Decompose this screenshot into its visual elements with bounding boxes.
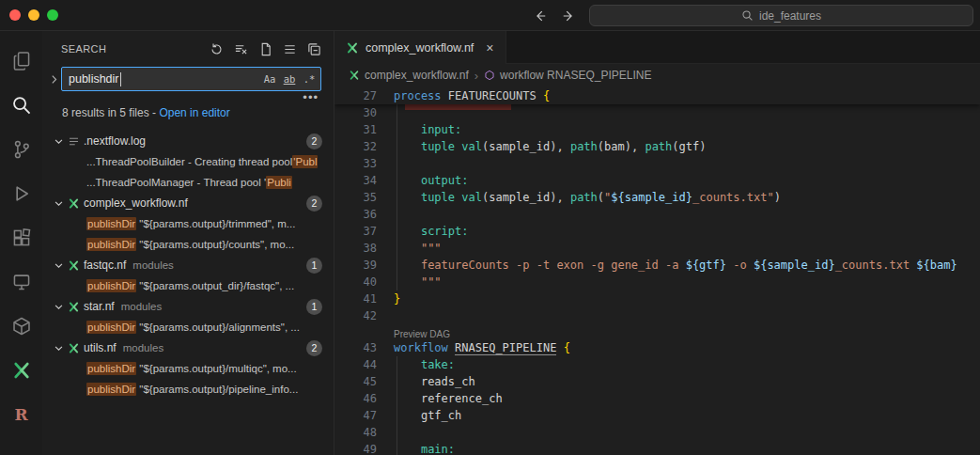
run-debug-icon[interactable] <box>0 171 42 215</box>
line-content: gtf_ch <box>394 409 461 422</box>
titlebar: ide_features <box>0 0 980 31</box>
code-line[interactable]: 42 <box>334 307 980 324</box>
extensions-icon[interactable] <box>0 215 42 259</box>
result-file-name: fastqc.nf <box>84 259 126 272</box>
match-count-badge: 2 <box>306 340 322 356</box>
nextflow-file-icon <box>349 70 360 81</box>
r-language-icon[interactable]: R <box>0 392 42 436</box>
indent-guide <box>397 356 397 455</box>
close-window-button[interactable] <box>9 9 21 21</box>
minimize-window-button[interactable] <box>28 9 39 21</box>
result-match-row[interactable]: publishDir "${params.output}/multiqc", m… <box>42 358 334 379</box>
search-input-row: publishdir Aa ab .* <box>42 61 334 91</box>
toggle-search-details-icon[interactable]: ••• <box>303 92 319 103</box>
line-content: } <box>394 292 400 306</box>
code-line[interactable]: 35 tuple val(sample_id), path("${sample_… <box>334 189 980 206</box>
refresh-icon[interactable] <box>206 39 226 59</box>
search-input[interactable]: publishdir Aa ab .* <box>61 67 321 91</box>
result-match-row[interactable]: ...ThreadPoolBuilder - Creating thread p… <box>42 151 334 172</box>
code-line[interactable]: 49 main: <box>334 441 980 455</box>
collapse-all-icon[interactable] <box>303 39 324 59</box>
code-line[interactable]: 47 gtf_ch <box>334 407 980 424</box>
match-case-toggle[interactable]: Aa <box>260 70 279 88</box>
code-line[interactable]: 31 input: <box>334 121 980 138</box>
open-new-search-editor-icon[interactable] <box>255 39 275 59</box>
line-content: input: <box>394 123 461 136</box>
result-file-row[interactable]: complex_workflow.nf2 <box>42 193 334 213</box>
line-number: 32 <box>334 140 377 153</box>
whole-word-toggle[interactable]: ab <box>280 70 299 88</box>
line-number: 46 <box>334 392 377 405</box>
match-context: ...ThreadPoolBuilder - Creating thread p… <box>86 156 292 167</box>
result-file-row[interactable]: .nextflow.log2 <box>42 131 334 151</box>
sticky-scroll-line[interactable]: 27process FEATURECOUNTS { <box>334 86 980 104</box>
regex-toggle[interactable]: .* <box>300 70 319 88</box>
result-file-row[interactable]: star.nfmodules1 <box>42 296 334 317</box>
chevron-icon <box>54 260 64 271</box>
result-file-desc: modules <box>123 342 163 353</box>
navigate-forward-button[interactable] <box>560 8 577 24</box>
ide-window: ide_features R <box>0 0 980 455</box>
nextflow-extension-icon[interactable] <box>0 348 42 392</box>
match-highlight: publishDir <box>86 383 136 396</box>
result-match-row[interactable]: ...ThreadPoolManager - Thread pool 'Publ… <box>42 172 334 193</box>
match-highlight: Publi <box>266 176 292 189</box>
nextflow-icon <box>68 197 80 210</box>
code-line[interactable]: 48 <box>334 424 980 441</box>
open-in-editor-link[interactable]: Open in editor <box>159 106 229 119</box>
nextflow-icon <box>68 342 80 354</box>
partially-visible-match-highlight <box>405 104 511 110</box>
code-line[interactable]: 33 <box>334 155 980 172</box>
code-line[interactable]: 38 """ <box>334 240 980 257</box>
code-line[interactable]: 40 """ <box>334 274 980 290</box>
navigate-back-button[interactable] <box>532 8 549 24</box>
result-file-row[interactable]: utils.nfmodules2 <box>42 337 334 358</box>
code-line[interactable]: 27process FEATURECOUNTS { <box>334 86 980 104</box>
search-view-icon[interactable] <box>0 83 42 127</box>
code-line[interactable]: 32 tuple val(sample_id), path(bam), path… <box>334 138 980 155</box>
code-line[interactable]: 36 <box>334 206 980 223</box>
code-line[interactable]: 39 featureCounts -p -t exon -g gene_id -… <box>334 257 980 274</box>
code-line[interactable]: 34 output: <box>334 172 980 189</box>
text-cursor <box>120 72 121 86</box>
zoom-window-button[interactable] <box>47 9 58 21</box>
remote-explorer-icon[interactable] <box>0 259 42 304</box>
code-line[interactable]: 37 script: <box>334 223 980 240</box>
view-as-list-icon[interactable] <box>279 39 300 59</box>
search-icon <box>741 9 754 22</box>
codelens-preview-dag[interactable]: Preview DAG <box>334 324 980 339</box>
line-number: 35 <box>334 191 377 204</box>
result-file-row[interactable]: fastqc.nfmodules1 <box>42 255 334 275</box>
result-file-name: .nextflow.log <box>84 134 146 148</box>
code-line[interactable]: 41} <box>334 290 980 307</box>
code-line[interactable]: 46 reference_ch <box>334 390 980 407</box>
tab-complex-workflow[interactable]: complex_workflow.nf × <box>334 31 506 64</box>
toggle-replace-icon[interactable] <box>46 68 61 90</box>
explorer-icon[interactable] <box>0 39 42 83</box>
activity-bar: R <box>0 31 42 455</box>
code-editor[interactable]: 27process FEATURECOUNTS { 3031 input:32 … <box>334 86 980 455</box>
result-file-name: utils.nf <box>84 341 117 354</box>
search-query-text: publishdir <box>69 72 119 86</box>
clear-results-icon[interactable] <box>230 39 251 59</box>
workflow-symbol-icon <box>484 70 495 81</box>
containers-icon[interactable] <box>0 304 42 348</box>
line-number: 30 <box>334 106 377 119</box>
result-file-desc: modules <box>121 301 162 312</box>
close-tab-icon[interactable]: × <box>486 41 493 55</box>
breadcrumb-separator: › <box>474 69 478 83</box>
line-number: 33 <box>334 157 377 170</box>
result-match-row[interactable]: publishDir "${params.output_dir}/fastqc"… <box>42 275 334 296</box>
result-match-row[interactable]: publishDir "${params.output}/trimmed", m… <box>42 213 334 234</box>
result-match-row[interactable]: publishDir "${params.output}/counts", mo… <box>42 234 334 255</box>
command-center-search[interactable]: ide_features <box>589 5 973 26</box>
result-file-desc: modules <box>132 259 173 271</box>
breadcrumb-file[interactable]: complex_workflow.nf <box>349 69 469 82</box>
code-line[interactable]: 43workflow RNASEQ_PIPELINE { <box>334 339 980 356</box>
code-line[interactable]: 44 take: <box>334 356 980 373</box>
result-match-row[interactable]: publishDir "${params.output}/pipeline_in… <box>42 379 334 400</box>
code-line[interactable]: 45 reads_ch <box>334 373 980 390</box>
source-control-icon[interactable] <box>0 127 42 171</box>
result-match-row[interactable]: publishDir "${params.output}/alignments"… <box>42 317 334 337</box>
breadcrumb-symbol[interactable]: workflow RNASEQ_PIPELINE <box>484 69 651 82</box>
